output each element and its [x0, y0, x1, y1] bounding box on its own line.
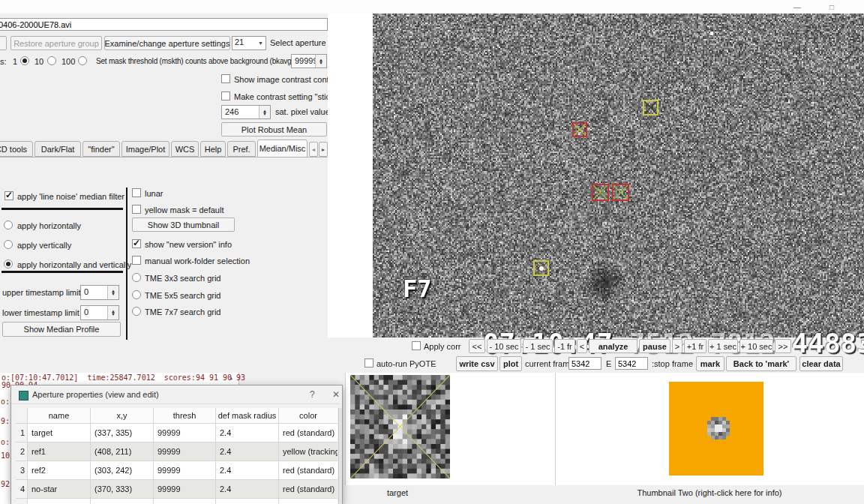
cell-name[interactable]: target [28, 424, 91, 442]
forward-1-frame-button[interactable]: +1 fr [684, 339, 706, 353]
tab-ccd-tools[interactable]: CD tools [0, 141, 33, 157]
show-median-profile-button[interactable]: Show Median Profile [2, 322, 121, 337]
restore-aperture-group-button[interactable]: Restore aperture group [10, 36, 102, 50]
tab-wcs[interactable]: WCS [171, 141, 199, 157]
forward-1-sec-button[interactable]: + 1 sec [708, 339, 738, 353]
forward-10-sec-button[interactable]: + 10 sec [740, 339, 773, 353]
apply-both-radio[interactable] [4, 260, 13, 268]
spinner-arrows-icon[interactable] [315, 55, 326, 68]
tab-finder[interactable]: "finder" [82, 141, 120, 157]
manual-folder-checkbox[interactable] [132, 256, 141, 265]
cell-name[interactable]: no-star [28, 480, 91, 498]
filename-input[interactable] [0, 18, 328, 31]
back-10-sec-button[interactable]: - 10 sec [487, 339, 521, 353]
radio-100[interactable] [78, 56, 87, 65]
upper-timestamp-spinbox[interactable]: 0 [80, 285, 119, 300]
cell-color[interactable]: red (standard) [279, 461, 338, 479]
cell-xy[interactable]: (408, 211) [91, 442, 154, 460]
cell-name[interactable]: ref2 [28, 461, 91, 479]
col-header-name[interactable]: name [28, 408, 91, 423]
apply-horizontally-radio[interactable] [4, 220, 13, 230]
tab-median-misc[interactable]: Median/Misc [257, 140, 308, 158]
table-row[interactable]: 2 ref1 (408, 211) 99999 2.4 yellow (trac… [16, 442, 338, 461]
aperture-size-select[interactable]: 21 ▼ [232, 36, 266, 50]
sat-pixel-spinbox[interactable]: 246 [221, 105, 271, 119]
cell-xy[interactable]: (370, 333) [91, 480, 154, 498]
new-version-checkbox[interactable] [132, 239, 141, 248]
tab-image-plot[interactable]: Image/Plot [122, 141, 170, 157]
tab-dark-flat[interactable]: Dark/Flat [34, 141, 81, 157]
col-header-xy[interactable]: x,y [91, 408, 154, 423]
mask-threshold-spinbox[interactable]: 99999 [291, 54, 327, 68]
video-frame-canvas[interactable] [373, 14, 864, 338]
radio-1[interactable] [20, 56, 29, 65]
cell-thresh[interactable]: 99999 [154, 480, 216, 498]
step-forward-button[interactable]: > [672, 339, 682, 353]
tab-scroll-left-icon[interactable]: ◂ [309, 142, 318, 157]
cell-color[interactable]: red (standard) [279, 424, 338, 442]
step-back-button[interactable]: < [577, 339, 587, 353]
jump-back-fast-button[interactable]: << [469, 339, 485, 353]
tme-3x3-radio[interactable] [132, 273, 141, 282]
back-1-sec-button[interactable]: - 1 sec [523, 339, 553, 353]
plot-button[interactable]: plot [500, 356, 522, 371]
current-frame-input[interactable] [568, 357, 602, 370]
spinner-arrows-icon[interactable] [107, 306, 118, 320]
cell-thresh[interactable]: 99999 [154, 442, 216, 460]
cell-xy[interactable]: (337, 335) [91, 424, 154, 442]
cell-radius[interactable]: 2.4 [216, 461, 279, 479]
spinner-arrows-icon[interactable] [107, 286, 118, 299]
apply-corr-checkbox[interactable] [412, 341, 421, 350]
analyze-button[interactable]: analyze [589, 339, 638, 353]
cell-radius[interactable]: 2.4 [216, 424, 279, 442]
cell-thresh[interactable]: 99999 [154, 424, 216, 442]
back-1-frame-button[interactable]: -1 fr [554, 339, 575, 353]
maximize-button[interactable]: □ [820, 2, 843, 12]
clear-data-button[interactable]: clear data [800, 356, 843, 371]
write-csv-button[interactable]: write csv [456, 356, 498, 371]
spinner-arrows-icon[interactable] [259, 106, 270, 118]
dialog-help-button[interactable]: ? [310, 389, 315, 400]
partial-button[interactable] [0, 36, 7, 50]
cell-name[interactable]: ref1 [28, 442, 91, 460]
tme-5x5-radio[interactable] [132, 290, 141, 299]
dialog-close-button[interactable]: ✕ [332, 389, 340, 400]
minimize-button[interactable]: — [786, 2, 808, 12]
sticky-contrast-checkbox[interactable] [221, 92, 230, 100]
log-scroll-up-icon[interactable]: ▴ [229, 374, 233, 382]
radio-10[interactable] [47, 56, 56, 65]
table-row[interactable]: 3 ref2 (303, 242) 99999 2.4 red (standar… [16, 461, 338, 480]
jump-forward-fast-button[interactable]: >> [775, 339, 791, 353]
cell-color[interactable]: yellow (tracking ... [279, 442, 338, 460]
cell-radius[interactable]: 2.4 [216, 442, 279, 460]
thumbnail-one-image[interactable] [350, 375, 450, 478]
autorun-pyote-checkbox[interactable] [364, 358, 374, 368]
lunar-checkbox[interactable] [132, 188, 141, 197]
table-scrollbar[interactable] [338, 408, 342, 504]
tab-pref[interactable]: Pref. [227, 141, 256, 157]
cell-radius[interactable]: 2.4 [216, 480, 279, 498]
plot-robust-mean-button[interactable]: Plot Robust Mean [221, 122, 327, 136]
stop-frame-input[interactable] [615, 357, 648, 370]
show-contrast-checkbox[interactable] [221, 74, 230, 83]
lower-timestamp-spinbox[interactable]: 0 [80, 305, 119, 320]
mark-button[interactable]: mark [696, 356, 724, 371]
apply-vertically-radio[interactable] [4, 240, 13, 249]
examine-aperture-settings-button[interactable]: Examine/change aperture settings [104, 36, 230, 50]
tme-7x7-radio[interactable] [132, 307, 141, 316]
yellow-mask-checkbox[interactable] [132, 205, 141, 214]
cell-thresh[interactable]: 99999 [154, 461, 216, 479]
back-to-mark-button[interactable]: Back to 'mark' [726, 356, 796, 371]
table-row[interactable]: 1 target (337, 335) 99999 2.4 red (stand… [16, 424, 338, 442]
col-header-thresh[interactable]: thresh [154, 408, 216, 423]
cell-color[interactable]: red (standard) [279, 480, 338, 498]
tab-scroll-right-icon[interactable]: ▸ [319, 142, 328, 157]
table-row[interactable]: 4 no-star (370, 333) 99999 2.4 red (stan… [16, 480, 338, 499]
col-header-radius[interactable]: def mask radius [216, 408, 279, 423]
tab-help[interactable]: Help [200, 141, 226, 157]
close-button[interactable]: ✕ [855, 2, 864, 12]
line-noise-filter-checkbox[interactable] [4, 191, 14, 200]
col-header-color[interactable]: color [279, 408, 338, 423]
show-3d-thumbnail-button[interactable]: Show 3D thumbnail [132, 218, 235, 232]
cell-xy[interactable]: (303, 242) [91, 461, 154, 479]
